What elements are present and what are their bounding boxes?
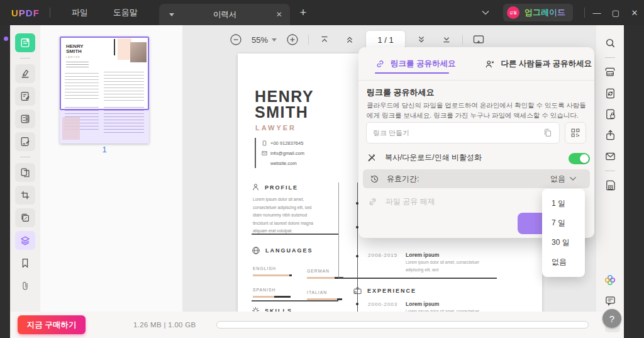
search-button[interactable]: [600, 36, 620, 50]
upgrade-badge: 성첼: [507, 6, 519, 19]
maximize-button[interactable]: ▢: [606, 8, 625, 18]
first-page-button[interactable]: [315, 30, 334, 49]
feedback-button[interactable]: [600, 294, 620, 308]
disable-copy-toggle[interactable]: [569, 153, 590, 164]
new-tab-button[interactable]: +: [300, 6, 307, 20]
convert-button[interactable]: [600, 86, 620, 101]
zoom-out-button[interactable]: [226, 30, 245, 49]
mail-button[interactable]: [600, 149, 620, 164]
tab-dropdown-icon[interactable]: [169, 13, 174, 16]
thumbnail-panel: HENRYSMITH LAWYER 1: [40, 25, 182, 312]
section-divider: [252, 300, 338, 301]
toolbar-divider: [308, 35, 309, 45]
next-page-button[interactable]: [412, 30, 431, 49]
qr-code-icon: [570, 127, 581, 138]
tab-share-link-label: 링크를 공유하세요: [391, 59, 455, 69]
phone-icon: [262, 140, 267, 146]
unshare-label: 파일 공유 해제: [386, 196, 435, 207]
share-section-title: 링크를 공유하세요: [367, 87, 435, 98]
thumbnail-page-number[interactable]: 1: [60, 145, 149, 154]
attachment-panel-button[interactable]: [15, 276, 35, 295]
copy-link-icon[interactable]: [542, 127, 553, 138]
sidebar-divider: [605, 57, 615, 58]
form-tool-button[interactable]: [15, 110, 35, 128]
last-page-button[interactable]: [437, 30, 456, 49]
zoom-dropdown-icon[interactable]: [272, 38, 277, 42]
ai-clover-icon: [604, 274, 616, 286]
bookmark-icon: [19, 257, 31, 269]
expiry-row[interactable]: 유효기간: 없음: [363, 169, 590, 188]
watermark-icon: [19, 212, 31, 223]
organize-pages-button[interactable]: [15, 163, 35, 182]
layers-icon: [19, 235, 31, 246]
annotate-doc-icon: [19, 91, 31, 102]
updf-ai-button[interactable]: [600, 273, 620, 287]
thumbnail-viewport-box[interactable]: [60, 37, 149, 110]
menu-help[interactable]: 도움말: [101, 0, 150, 25]
globe-icon: [252, 246, 260, 255]
timeline-dot: [356, 255, 358, 257]
sign-tool-button[interactable]: [15, 132, 35, 151]
thumbnail-panel-button[interactable]: [15, 33, 35, 52]
resume-role: LAWYER: [255, 124, 296, 132]
zoom-level[interactable]: 55%: [252, 35, 268, 45]
horizontal-scrollbar[interactable]: [216, 321, 589, 329]
crop-tool-button[interactable]: [15, 186, 35, 205]
close-button[interactable]: ✕: [625, 8, 644, 18]
section-divider: [338, 278, 497, 279]
expiry-option-7days[interactable]: 7 일: [542, 213, 585, 233]
minimize-button[interactable]: —: [587, 8, 606, 18]
window-chevron-down-icon[interactable]: [482, 10, 489, 15]
expiry-value: 없음: [550, 174, 565, 184]
feedback-bubble-icon: [604, 295, 616, 307]
protect-button[interactable]: [600, 107, 620, 121]
buy-now-button[interactable]: 지금 구매하기: [18, 315, 86, 334]
sidebar-divider: [20, 58, 30, 59]
qr-code-button[interactable]: [565, 122, 586, 144]
share-export-icon: [604, 129, 616, 141]
layers-panel-button[interactable]: [15, 231, 35, 250]
briefcase-icon: [353, 286, 362, 295]
experience-title-text: Lorem ipsum: [406, 301, 439, 307]
zoom-in-button[interactable]: [283, 30, 302, 49]
titlebar-divider: [50, 8, 50, 18]
tab-title: 이력서: [174, 9, 276, 20]
updf-window: UPDF 파일 도움말 이력서 ✕ + 성첼 업그레이드 — ▢ ✕: [0, 0, 644, 338]
education-desc: Lorem ipsum dolor sit amet, consectetuer…: [406, 259, 487, 273]
tab-share-link[interactable]: 링크를 공유하세요: [375, 59, 455, 69]
menu-file[interactable]: 파일: [59, 0, 101, 25]
share-description: 클라우드에 당신의 파일을 업로드하여 온라인에서 확인할 수 있도록 사람들에…: [367, 100, 588, 121]
help-button[interactable]: ?: [602, 309, 621, 328]
form-fields-icon: [19, 113, 31, 125]
language-item: ENGLISH: [253, 261, 292, 276]
expiry-option-1day[interactable]: 1 일: [542, 194, 585, 213]
tab-share-others[interactable]: 다른 사람들과 공유하세요: [484, 59, 591, 69]
expiry-option-none[interactable]: 없음: [542, 252, 585, 272]
save-button[interactable]: [600, 178, 620, 193]
chevron-down-icon[interactable]: [569, 176, 577, 181]
comment-tool-button[interactable]: [15, 87, 35, 106]
file-size: 1.26 MB | 1.00 GB: [133, 321, 196, 329]
signature-doc-icon: [19, 136, 31, 147]
ocr-button[interactable]: OCR: [600, 65, 620, 79]
disable-copy-row: 복사/다운로드/인쇄 비활성화: [366, 152, 482, 163]
presentation-mode-button[interactable]: [469, 30, 488, 49]
share-link-input[interactable]: [366, 122, 560, 144]
previous-page-button[interactable]: [340, 30, 359, 49]
page-indicator[interactable]: 1 / 1: [365, 30, 406, 49]
upgrade-button[interactable]: 성첼 업그레이드: [503, 4, 573, 21]
share-button[interactable]: [600, 128, 620, 142]
document-tab[interactable]: 이력서 ✕: [159, 4, 290, 25]
envelope-icon: [604, 151, 616, 162]
watermark-tool-button[interactable]: [15, 208, 35, 227]
tab-close-icon[interactable]: ✕: [276, 10, 282, 19]
save-icon: [604, 179, 616, 191]
lock-doc-icon: [604, 108, 616, 120]
expiry-option-30days[interactable]: 30 일: [542, 233, 585, 252]
status-bar: 지금 구매하기 1.26 MB | 1.00 GB + ?: [10, 312, 624, 338]
window-right-edge: [624, 25, 644, 338]
active-tab-underline: [375, 72, 449, 74]
bookmark-panel-button[interactable]: [15, 254, 35, 273]
ocr-label: OCR: [607, 72, 614, 76]
highlight-tool-button[interactable]: [15, 64, 35, 83]
